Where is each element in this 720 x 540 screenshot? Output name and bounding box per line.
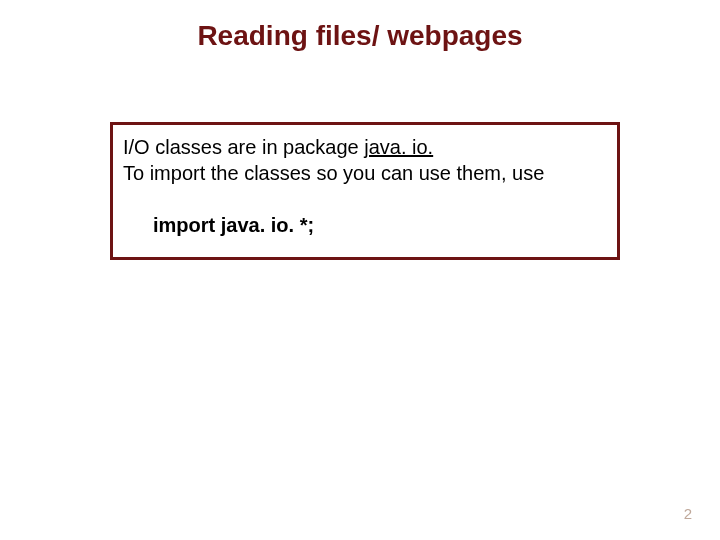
slide: Reading files/ webpages I/O classes are …	[0, 0, 720, 540]
info-box: I/O classes are in package java. io. To …	[110, 122, 620, 260]
slide-title: Reading files/ webpages	[0, 20, 720, 52]
info-line-2: To import the classes so you can use the…	[123, 161, 607, 187]
import-statement: import java. io. *;	[123, 214, 607, 237]
page-number: 2	[684, 505, 692, 522]
info-line-1-prefix: I/O classes are in package	[123, 136, 364, 158]
package-name: java. io.	[364, 136, 433, 158]
info-line-1: I/O classes are in package java. io.	[123, 135, 607, 161]
